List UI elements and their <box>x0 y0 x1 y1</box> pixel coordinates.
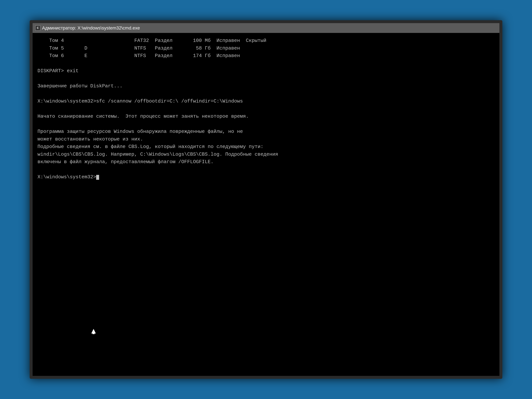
terminal-line: X:\windows\system32>sfc /scannow /offboo… <box>38 97 494 105</box>
terminal-content: Том 4 FAT32 Раздел 100 Мб Исправен Скрыт… <box>38 37 494 181</box>
terminal-line <box>38 105 494 113</box>
terminal-line <box>38 90 494 98</box>
terminal-line: X:\windows\system32> <box>38 173 494 181</box>
terminal-line: Подробные сведения см. в файле CBS.Log, … <box>38 143 494 151</box>
terminal-line <box>38 60 494 67</box>
window-title: Администратор: X:\windows\system32\cmd.e… <box>42 25 497 31</box>
terminal-line: windir\Logs\CBS\CBS.log. Например, C:\Wi… <box>38 151 494 158</box>
terminal-line <box>38 75 494 82</box>
terminal-line: включены в файл журнала, предоставляемый… <box>38 158 494 166</box>
mouse-cursor <box>91 329 96 334</box>
terminal-line: может восстановить некоторые из них. <box>38 135 494 143</box>
terminal-line: Завершение работы DiskPart... <box>38 82 494 90</box>
terminal-line <box>38 166 494 173</box>
terminal-line <box>38 120 494 128</box>
cmd-icon: C <box>35 25 40 31</box>
terminal-line: Том 4 FAT32 Раздел 100 Мб Исправен Скрыт… <box>38 37 494 44</box>
terminal-line: Том 5 D NTFS Раздел 58 Гб Исправен <box>38 44 494 52</box>
terminal-line: Начато сканирование системы. Этот процес… <box>38 113 494 120</box>
screen-bezel: C Администратор: X:\windows\system32\cmd… <box>30 20 502 379</box>
title-bar: C Администратор: X:\windows\system32\cmd… <box>33 23 499 33</box>
terminal-line: DISKPART> exit <box>38 67 494 75</box>
terminal-window[interactable]: Том 4 FAT32 Раздел 100 Мб Исправен Скрыт… <box>33 33 499 376</box>
terminal-line: Программа защиты ресурсов Windows обнару… <box>38 128 494 135</box>
cursor-blink <box>96 175 99 180</box>
terminal-line: Том 6 E NTFS Раздел 174 Гб Исправен <box>38 52 494 60</box>
